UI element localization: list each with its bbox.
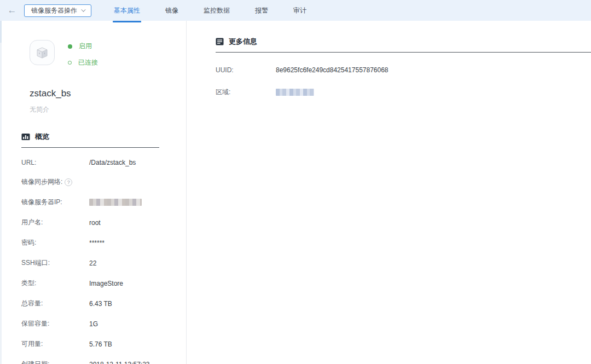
image-server-box-icon — [30, 40, 55, 65]
row-zone: 区域: — [216, 88, 591, 97]
action-dropdown-label: 镜像服务器操作 — [31, 6, 77, 15]
help-question-icon[interactable]: ? — [65, 178, 72, 186]
masked-ip-value — [89, 199, 142, 206]
entity-description: 无简介 — [30, 105, 186, 114]
tab-monitoring-data[interactable]: 监控数据 — [198, 0, 236, 21]
back-arrow-button[interactable]: ← — [0, 5, 24, 16]
overview-section-title: 概览 — [35, 132, 49, 142]
row-url: URL: /Data/zstack_bs — [21, 159, 186, 166]
status-enabled: 启用 — [68, 42, 98, 51]
left-scrollbar[interactable] — [0, 21, 2, 364]
image-server-actions-dropdown[interactable]: 镜像服务器操作 — [24, 4, 91, 17]
status-list: 启用 已连接 — [68, 40, 98, 74]
row-create-date: 创建日期: 2018-12-11 13:57:23 — [21, 360, 186, 364]
entity-name: zstack_bs — [30, 88, 186, 99]
row-password: 密码: ****** — [21, 238, 186, 247]
tab-audit[interactable]: 审计 — [287, 0, 312, 21]
more-info-panel: 更多信息 UUID: 8e9625fc6fe249cd8425417557876… — [187, 21, 591, 364]
filled-green-dot-icon — [68, 44, 72, 49]
more-info-divider — [216, 52, 591, 53]
row-sync-network: 镜像同步网络: ? — [21, 177, 186, 187]
status-connected: 已连接 — [68, 58, 98, 67]
chevron-down-icon — [81, 7, 85, 11]
row-type: 类型: ImageStore — [21, 279, 186, 288]
row-available-capacity: 可用量: 5.76 TB — [21, 339, 186, 349]
row-total-capacity: 总容量: 6.43 TB — [21, 299, 186, 308]
summary-panel: 启用 已连接 zstack_bs 无简介 概览 URL: /Data/zstac… — [0, 21, 187, 364]
masked-zone-value — [276, 89, 314, 96]
more-info-section-header: 更多信息 — [216, 37, 591, 47]
document-list-icon — [216, 38, 224, 45]
row-server-ip: 镜像服务器IP: — [21, 198, 186, 207]
tab-images[interactable]: 镜像 — [159, 0, 184, 21]
top-header-bar: ← 镜像服务器操作 基本属性 镜像 监控数据 报警 审计 — [0, 0, 591, 21]
overview-section-header: 概览 — [21, 132, 186, 142]
overview-divider — [21, 147, 159, 148]
detail-tabs: 基本属性 镜像 监控数据 报警 审计 — [108, 0, 326, 21]
row-reserved-capacity: 保留容量: 1G — [21, 319, 186, 328]
row-ssh-port: SSH端口: 22 — [21, 258, 186, 268]
bar-chart-icon — [21, 133, 30, 141]
more-info-section-title: 更多信息 — [229, 37, 257, 47]
tab-alerts[interactable]: 报警 — [249, 0, 274, 21]
row-username: 用户名: root — [21, 218, 186, 227]
tab-basic-properties[interactable]: 基本属性 — [108, 0, 146, 21]
hollow-green-circle-icon — [68, 61, 72, 65]
row-uuid: UUID: 8e9625fc6fe249cd8425417557876068 — [216, 66, 591, 74]
detail-content: 启用 已连接 zstack_bs 无简介 概览 URL: /Data/zstac… — [0, 21, 591, 364]
